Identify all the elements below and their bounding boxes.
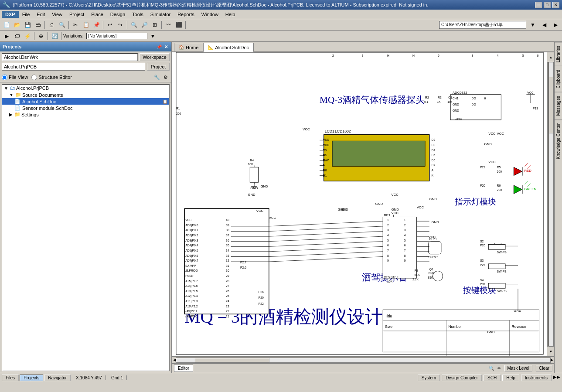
- menu-tools[interactable]: Tools: [129, 11, 147, 18]
- menu-help[interactable]: Help: [222, 11, 239, 18]
- structure-editor-radio[interactable]: Structure Editor: [31, 75, 72, 80]
- svg-text:CH1: CH1: [453, 97, 459, 100]
- view-icon-btn2[interactable]: ⚙: [162, 73, 170, 81]
- paste-btn[interactable]: 📌: [92, 20, 101, 30]
- vscroll-track[interactable]: [548, 62, 554, 347]
- mask-level-btn[interactable]: Mask Level: [504, 365, 533, 372]
- svg-text:5: 5: [522, 54, 524, 57]
- update-pcb-btn[interactable]: 🔄: [50, 31, 59, 41]
- tree-item-sensor-schdoc[interactable]: 📄 Sensor module.SchDoc: [2, 105, 169, 111]
- svg-text:ADC0832: ADC0832: [453, 91, 467, 95]
- svg-text:1K: 1K: [437, 100, 441, 103]
- scroll-right-btn[interactable]: ▶: [551, 358, 553, 362]
- annotate-btn[interactable]: 🏷: [12, 31, 22, 41]
- workspace-dropdown[interactable]: Alcohol.DsnWrk: [2, 53, 138, 61]
- design-compiler-tab[interactable]: Design Compiler: [442, 375, 482, 381]
- menu-simulator[interactable]: Simulator: [147, 11, 174, 18]
- path-browse-btn[interactable]: ▼: [528, 20, 538, 30]
- modified-badge: 📋: [163, 99, 167, 104]
- tree-item-alcohol-schdoc[interactable]: 📄 Alcohol.SchDoc 📋: [2, 98, 169, 105]
- svg-text:21: 21: [226, 315, 229, 318]
- knowledge-center-panel-tab[interactable]: Knowledge Center: [555, 119, 562, 163]
- svg-text:3: 3: [404, 228, 406, 232]
- menu-view[interactable]: View: [48, 11, 66, 18]
- vscroll-thumb[interactable]: [549, 77, 553, 133]
- hscroll-thumb[interactable]: [195, 358, 270, 362]
- files-tab[interactable]: Files: [2, 375, 19, 381]
- projects-tab[interactable]: Projects: [20, 375, 43, 381]
- variations-dropdown[interactable]: [No Variations]: [86, 33, 147, 39]
- help-tab[interactable]: Help: [502, 375, 519, 381]
- navigator-tab[interactable]: Navigator: [44, 375, 71, 381]
- schematic-canvas[interactable]: Title Size Number Revision MQ－3的酒精检测仪设计 …: [172, 52, 547, 356]
- save-all-btn[interactable]: 🗃: [33, 20, 43, 30]
- schematic-hscroll[interactable]: ◀ ▶: [172, 356, 554, 363]
- clipboard-panel-tab[interactable]: Clipboard: [555, 66, 562, 92]
- close-button[interactable]: ✕: [552, 2, 559, 8]
- zoom-in-btn[interactable]: 🔍: [129, 20, 139, 30]
- libraries-panel-tab[interactable]: Libraries: [555, 42, 562, 66]
- redo-btn[interactable]: ↪: [116, 20, 125, 30]
- variations-dropdown-btn[interactable]: ▼: [148, 31, 158, 41]
- compile-btn[interactable]: ▶: [2, 31, 11, 41]
- messages-panel-tab[interactable]: Messages: [555, 92, 562, 119]
- svg-text:R3: R3: [438, 96, 442, 99]
- svg-text:R4: R4: [250, 159, 254, 162]
- svg-text:6: 6: [387, 244, 389, 247]
- navigate-fwd-btn[interactable]: ▶: [551, 20, 560, 30]
- menu-reports[interactable]: Reports: [174, 11, 198, 18]
- new-btn[interactable]: 📄: [2, 20, 11, 30]
- cross-select-btn[interactable]: ⊕: [36, 31, 46, 41]
- panel-close-btn[interactable]: ✕: [163, 44, 169, 49]
- file-tree: ▼ 🗂 Alcohol.PrjPCB ▼ 📁 Source Documents …: [2, 84, 170, 371]
- cut-btn[interactable]: ✂: [71, 20, 80, 30]
- menu-file[interactable]: File: [19, 11, 34, 18]
- tab-schematic[interactable]: 📐 Alcohol.SchDoc: [203, 43, 254, 52]
- menu-window[interactable]: Window: [198, 11, 222, 18]
- maximize-button[interactable]: □: [544, 2, 551, 8]
- project-button[interactable]: Project: [147, 63, 170, 71]
- svg-text:10K: 10K: [248, 163, 253, 166]
- workspace-button[interactable]: Workspace: [140, 53, 170, 61]
- schematic-vscroll[interactable]: ▲ ▼: [547, 52, 554, 356]
- wire-btn[interactable]: 〰: [163, 20, 173, 30]
- panel-controls: 📌 ✕: [156, 44, 169, 49]
- hscroll-track[interactable]: [176, 358, 551, 363]
- tree-item-settings[interactable]: ▶ 📁 Settings: [2, 111, 169, 118]
- copy-btn[interactable]: 📋: [81, 20, 91, 30]
- tree-item-root[interactable]: ▼ 🗂 Alcohol.PrjPCB: [2, 85, 169, 92]
- erc-btn[interactable]: ⚡: [23, 31, 32, 41]
- print-btn[interactable]: 🖨: [47, 20, 56, 30]
- bottom-bar: Editor 🔍 ✏ Mask Level Clear: [172, 363, 554, 373]
- component-btn[interactable]: ⬛: [174, 20, 184, 30]
- view-icon-btn1[interactable]: 🔧: [153, 73, 161, 81]
- svg-text:GND: GND: [432, 220, 439, 224]
- menu-dxp[interactable]: DXP: [2, 11, 19, 18]
- editor-tab[interactable]: Editor: [174, 365, 193, 372]
- tab-home[interactable]: 🏠 Home: [174, 43, 203, 51]
- instruments-tab[interactable]: Instruments: [521, 375, 552, 381]
- expand-icon[interactable]: ▶▶: [553, 375, 560, 381]
- save-btn[interactable]: 💾: [23, 20, 32, 30]
- clear-btn[interactable]: Clear: [536, 365, 552, 372]
- menu-edit[interactable]: Edit: [33, 11, 48, 18]
- svg-text:GND: GND: [453, 103, 459, 106]
- project-input[interactable]: Alcohol.PrjPCB: [2, 63, 145, 71]
- menu-place[interactable]: Place: [88, 11, 107, 18]
- svg-rect-35: [332, 141, 425, 166]
- minimize-button[interactable]: ─: [535, 2, 542, 8]
- file-view-radio[interactable]: File View: [2, 75, 28, 80]
- open-btn[interactable]: 📂: [12, 20, 22, 30]
- panel-pin-btn[interactable]: 📌: [156, 44, 163, 49]
- undo-btn[interactable]: ↩: [105, 20, 115, 30]
- navigate-back-btn[interactable]: ◀: [539, 20, 549, 30]
- menu-project[interactable]: Project: [66, 11, 88, 18]
- print-preview-btn[interactable]: 🔍: [57, 20, 67, 30]
- system-tab[interactable]: System: [418, 375, 440, 381]
- zoom-fit-btn[interactable]: ⊞: [150, 20, 160, 30]
- zoom-out-btn[interactable]: 🔎: [140, 20, 149, 30]
- sch-tab[interactable]: SCH: [484, 375, 501, 381]
- svg-text:R2: R2: [425, 96, 429, 99]
- tree-item-source-docs[interactable]: ▼ 📁 Source Documents: [2, 92, 169, 98]
- menu-design[interactable]: Design: [107, 11, 129, 18]
